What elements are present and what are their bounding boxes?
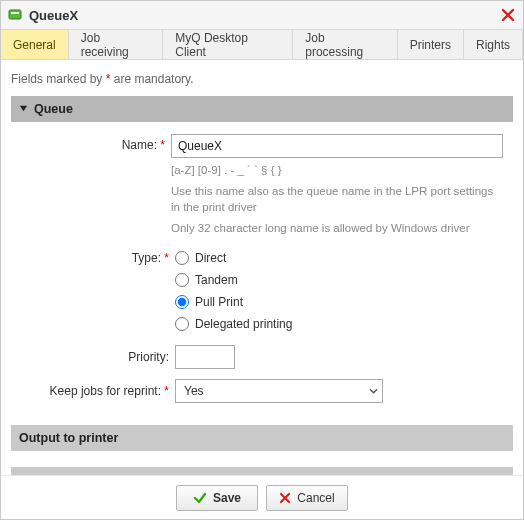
window-title: QueueX (29, 8, 78, 23)
tab-label: Rights (476, 38, 510, 52)
tab-printers[interactable]: Printers (398, 30, 464, 59)
radio-label: Tandem (195, 273, 238, 287)
tab-general[interactable]: General (1, 30, 69, 59)
section-title: Queue (34, 102, 73, 116)
row-type: Type: * Direct Tandem Pull Print (21, 247, 503, 335)
radio-direct-input[interactable] (175, 251, 189, 265)
mandatory-note: Fields marked by * are mandatory. (11, 72, 513, 86)
check-icon (193, 491, 207, 505)
row-priority: Priority: (21, 345, 503, 369)
titlebar: QueueX (1, 1, 523, 30)
mandatory-note-prefix: Fields marked by (11, 72, 106, 86)
tab-label: Job processing (305, 31, 384, 59)
section-queue-header[interactable]: Queue (11, 96, 513, 122)
tab-label: Job receiving (81, 31, 151, 59)
name-hint-length: Only 32 character long name is allowed b… (171, 220, 503, 237)
close-icon[interactable] (499, 6, 517, 24)
keep-jobs-select[interactable]: Yes (175, 379, 383, 403)
asterisk-icon: * (160, 138, 165, 152)
triangle-down-icon (19, 102, 28, 116)
x-icon (279, 492, 291, 504)
app-icon (7, 7, 23, 23)
radio-label: Direct (195, 251, 226, 265)
row-name: Name: * [a-Z] [0-9] . - _ ´ ` § { } Use … (21, 134, 503, 237)
select-value: Yes (184, 384, 204, 398)
section-title: Output to printer (19, 431, 118, 445)
caret-down-icon (369, 385, 378, 396)
cancel-button[interactable]: Cancel (266, 485, 348, 511)
label-name: Name: * (21, 134, 171, 152)
dialog-window: QueueX General Job receiving MyQ Desktop… (0, 0, 524, 520)
radio-delegated-printing-input[interactable] (175, 317, 189, 331)
name-input[interactable] (171, 134, 503, 158)
mandatory-note-suffix: are mandatory. (110, 72, 193, 86)
radio-tandem-input[interactable] (175, 273, 189, 287)
section-output-header[interactable]: Output to printer (11, 425, 513, 451)
radio-tandem[interactable]: Tandem (175, 269, 503, 291)
tab-myq-desktop-client[interactable]: MyQ Desktop Client (163, 30, 293, 59)
dialog-footer: Save Cancel (1, 475, 523, 519)
radio-pull-print-input[interactable] (175, 295, 189, 309)
name-hint-charset: [a-Z] [0-9] . - _ ´ ` § { } (171, 162, 503, 179)
radio-label: Pull Print (195, 295, 243, 309)
radio-delegated-printing[interactable]: Delegated printing (175, 313, 503, 335)
section-queue-body: Name: * [a-Z] [0-9] . - _ ´ ` § { } Use … (11, 122, 513, 419)
radio-direct[interactable]: Direct (175, 247, 503, 269)
tab-label: General (13, 38, 56, 52)
label-priority: Priority: (21, 350, 175, 364)
svg-rect-0 (9, 10, 21, 19)
label-keep-jobs: Keep jobs for reprint: * (21, 384, 175, 398)
priority-input[interactable] (175, 345, 235, 369)
tab-bar: General Job receiving MyQ Desktop Client… (1, 30, 523, 60)
tab-job-receiving[interactable]: Job receiving (69, 30, 164, 59)
asterisk-icon: * (164, 251, 169, 265)
tab-label: Printers (410, 38, 451, 52)
radio-label: Delegated printing (195, 317, 292, 331)
svg-rect-1 (11, 12, 19, 14)
tab-rights[interactable]: Rights (464, 30, 523, 59)
row-keep-jobs: Keep jobs for reprint: * Yes (21, 379, 503, 403)
section-policies-header[interactable]: Policies (11, 467, 513, 475)
radio-pull-print[interactable]: Pull Print (175, 291, 503, 313)
save-button[interactable]: Save (176, 485, 258, 511)
tab-label: MyQ Desktop Client (175, 31, 280, 59)
name-hint-lpr: Use this name also as the queue name in … (171, 183, 503, 216)
asterisk-icon: * (164, 384, 169, 398)
button-label: Save (213, 491, 241, 505)
label-type: Type: * (21, 247, 175, 265)
button-label: Cancel (297, 491, 334, 505)
tab-job-processing[interactable]: Job processing (293, 30, 397, 59)
dialog-body: Fields marked by * are mandatory. Queue … (1, 60, 523, 475)
